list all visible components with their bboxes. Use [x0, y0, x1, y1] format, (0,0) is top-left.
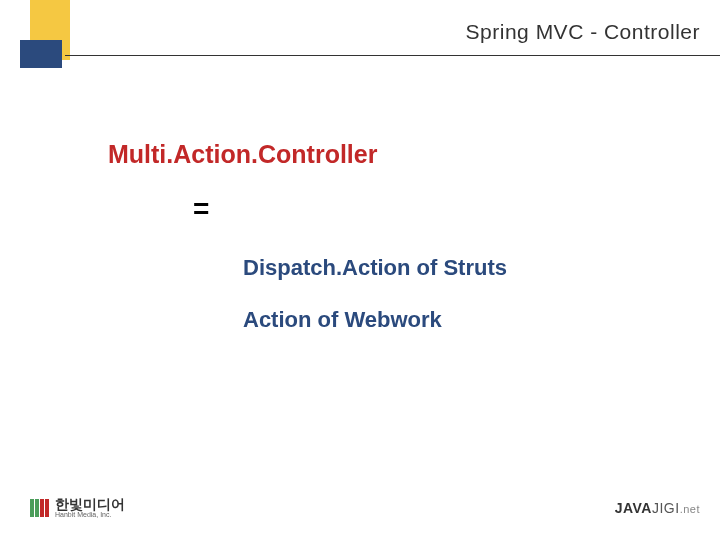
slide-content: Multi.Action.Controller = Dispatch.Actio… [108, 140, 680, 359]
hanbit-logo-icon [30, 499, 49, 517]
footer-left-logo: 한빛미디어 Hanbit Media, Inc. [30, 497, 125, 518]
footer-right-prefix: JAVA [615, 500, 652, 516]
footer-brand-subtext: Hanbit Media, Inc. [55, 511, 125, 518]
equals-sign: = [193, 193, 680, 225]
footer-left-text: 한빛미디어 Hanbit Media, Inc. [55, 497, 125, 518]
slide-header: Spring MVC - Controller [0, 0, 720, 70]
content-item-1: Dispatch.Action of Struts [243, 255, 680, 281]
header-divider [65, 55, 720, 56]
main-heading: Multi.Action.Controller [108, 140, 680, 169]
footer-right-suffix: JIGI [652, 500, 680, 516]
footer-right-domain: .net [680, 503, 700, 515]
slide-title: Spring MVC - Controller [466, 20, 700, 44]
content-item-2: Action of Webwork [243, 307, 680, 333]
slide-footer: 한빛미디어 Hanbit Media, Inc. JAVAJIGI.net [30, 497, 700, 518]
footer-brand-name: 한빛미디어 [55, 497, 125, 511]
footer-right-logo: JAVAJIGI.net [615, 500, 700, 516]
header-decoration-blue [20, 40, 62, 68]
